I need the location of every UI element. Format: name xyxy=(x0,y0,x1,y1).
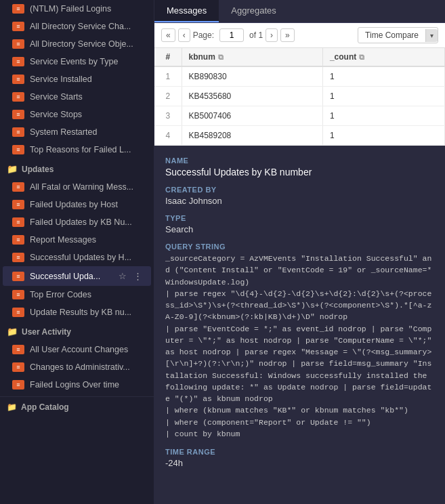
cell-count: 1 xyxy=(322,126,444,146)
col-header-count: _count ⧉ xyxy=(322,48,444,66)
nav-first-button[interactable]: « xyxy=(161,28,175,42)
time-range-label: Time range xyxy=(165,448,434,456)
app-catalog[interactable]: 📁 App Catalog xyxy=(0,396,154,417)
sidebar-item-label: Service Installed xyxy=(30,75,144,84)
search-icon xyxy=(12,127,24,137)
table-row[interactable]: 2 KB4535680 1 xyxy=(154,87,445,106)
sidebar-item-changes-admin[interactable]: Changes to Administrativ... xyxy=(3,358,151,376)
sidebar-item-successful-updates-h[interactable]: Successful Updates by H... xyxy=(3,249,151,266)
info-panel: Name Successful Updates by KB number Cre… xyxy=(154,146,445,504)
sidebar-group-updates[interactable]: 📁 Updates xyxy=(0,159,154,178)
sidebar-item-label: Top Error Codes xyxy=(30,290,144,299)
cell-num: 1 xyxy=(154,66,182,87)
results-table-wrapper: # kbnum ⧉ _count ⧉ xyxy=(154,48,445,146)
cell-count: 1 xyxy=(322,87,444,106)
created-by-value: Isaac Johnson xyxy=(165,196,434,206)
sidebar-item-all-dir-chan[interactable]: All Directory Service Cha... xyxy=(3,18,151,35)
search-icon xyxy=(12,110,24,119)
sidebar-item-update-results[interactable]: Update Results by KB nu... xyxy=(3,303,151,321)
type-value: Search xyxy=(165,224,434,234)
folder-icon: 📁 xyxy=(7,402,17,412)
sidebar-item-successful-upda[interactable]: Successful Upda... ☆ ⋮ xyxy=(3,266,151,286)
cell-kbnum: KB5007406 xyxy=(182,106,322,126)
name-label: Name xyxy=(165,156,434,165)
time-compare-dropdown[interactable]: ▾ xyxy=(425,29,438,42)
sidebar-item-system-restarted[interactable]: System Restarted xyxy=(3,123,151,141)
sidebar-item-label: Failed Logins Over time xyxy=(30,380,144,390)
nav-next-button[interactable]: › xyxy=(266,28,278,42)
search-icon xyxy=(12,362,24,372)
name-value: Successful Updates by KB number xyxy=(165,167,434,177)
sidebar-item-label: Successful Updates by H... xyxy=(30,253,144,262)
folder-icon: 📁 xyxy=(7,164,18,174)
query-string-value: _sourceCategory = AzVMEvents "Installati… xyxy=(165,253,434,440)
type-label: Type xyxy=(165,214,434,222)
sidebar-item-top-reasons[interactable]: Top Reasons for Failed L... xyxy=(3,141,151,159)
cell-kbnum: KB890830 xyxy=(182,66,322,87)
search-icon xyxy=(12,75,24,84)
copy-count-icon[interactable]: ⧉ xyxy=(359,53,364,62)
cell-num: 3 xyxy=(154,106,182,126)
sidebar-item-label: Changes to Administrativ... xyxy=(30,362,144,372)
search-icon xyxy=(12,200,24,209)
sidebar-item-all-dir-obje[interactable]: All Directory Service Obje... xyxy=(3,35,151,53)
created-by-label: Created By xyxy=(165,186,434,194)
sidebar-item-label: Report Messages xyxy=(30,235,144,245)
search-icon xyxy=(12,217,24,227)
more-button[interactable]: ⋮ xyxy=(131,270,144,282)
copy-kbnum-icon[interactable]: ⧉ xyxy=(218,53,224,62)
item-actions: ☆ ⋮ xyxy=(116,270,144,282)
page-label: Page: xyxy=(193,30,214,40)
sidebar-item-service-installed[interactable]: Service Installed xyxy=(3,70,151,88)
sidebar-item-service-events[interactable]: Service Events by Type xyxy=(3,53,151,70)
search-icon xyxy=(12,308,24,317)
table-row[interactable]: 4 KB4589208 1 xyxy=(154,126,445,146)
main-content: Messages Aggregates « ‹ Page: of 1 › » T… xyxy=(154,0,445,504)
sidebar-item-label: System Restarted xyxy=(30,127,144,137)
sidebar-item-label: Service Starts xyxy=(30,92,144,102)
sidebar-item-all-user-account[interactable]: All User Account Changes xyxy=(3,341,151,358)
sidebar-item-ntlm-failed-logins[interactable]: (NTLM) Failed Logins xyxy=(3,0,151,18)
table-row[interactable]: 1 KB890830 1 xyxy=(154,66,445,87)
search-icon xyxy=(12,345,24,354)
search-icon xyxy=(12,380,24,390)
sidebar-item-failed-updates-kb[interactable]: Failed Updates by KB Nu... xyxy=(3,213,151,231)
sidebar-item-top-error-codes[interactable]: Top Error Codes xyxy=(3,286,151,303)
nav-last-button[interactable]: » xyxy=(280,28,295,42)
sidebar-group-user-activity[interactable]: 📁 User Activity xyxy=(0,321,154,341)
sidebar-item-failed-logins-time[interactable]: Failed Logins Over time xyxy=(3,376,151,394)
search-icon xyxy=(12,182,24,192)
star-button[interactable]: ☆ xyxy=(116,270,129,282)
sidebar-item-service-stops[interactable]: Service Stops xyxy=(3,106,151,123)
sidebar-item-label: All Directory Service Obje... xyxy=(30,39,144,49)
tab-messages[interactable]: Messages xyxy=(154,0,219,22)
sidebar: (NTLM) Failed Logins All Directory Servi… xyxy=(0,0,154,504)
of-label: of 1 xyxy=(249,30,263,40)
sidebar-item-label: All Directory Service Cha... xyxy=(30,22,144,31)
page-input[interactable] xyxy=(219,28,244,42)
table-row[interactable]: 3 KB5007406 1 xyxy=(154,106,445,126)
cell-count: 1 xyxy=(322,106,444,126)
cell-kbnum: KB4535680 xyxy=(182,87,322,106)
tab-aggregates[interactable]: Aggregates xyxy=(219,0,289,22)
sidebar-item-label: (NTLM) Failed Logins xyxy=(30,4,144,14)
nav-prev-button[interactable]: ‹ xyxy=(178,28,190,42)
sidebar-item-label: Service Events by Type xyxy=(30,57,144,66)
tabs-bar: Messages Aggregates xyxy=(154,0,445,23)
time-range-value: -24h xyxy=(165,458,434,468)
time-compare-container: Time Compare ▾ xyxy=(358,27,438,43)
search-icon xyxy=(12,4,24,14)
sidebar-item-failed-updates-host[interactable]: Failed Updates by Host xyxy=(3,196,151,213)
folder-icon: 📁 xyxy=(7,327,18,337)
sidebar-item-label: Failed Updates by KB Nu... xyxy=(30,217,144,227)
query-string-label: Query String xyxy=(165,243,434,251)
search-icon xyxy=(12,235,24,245)
sidebar-item-report-messages[interactable]: Report Messages xyxy=(3,231,151,249)
sidebar-item-service-starts[interactable]: Service Starts xyxy=(3,88,151,106)
sidebar-item-all-fatal[interactable]: All Fatal or Warning Mess... xyxy=(3,178,151,196)
search-icon xyxy=(12,253,24,262)
sidebar-item-label: Successful Upda... xyxy=(30,272,116,281)
time-compare-button[interactable]: Time Compare xyxy=(358,28,425,43)
toolbar: « ‹ Page: of 1 › » Time Compare ▾ xyxy=(154,23,445,48)
cell-kbnum: KB4589208 xyxy=(182,126,322,146)
